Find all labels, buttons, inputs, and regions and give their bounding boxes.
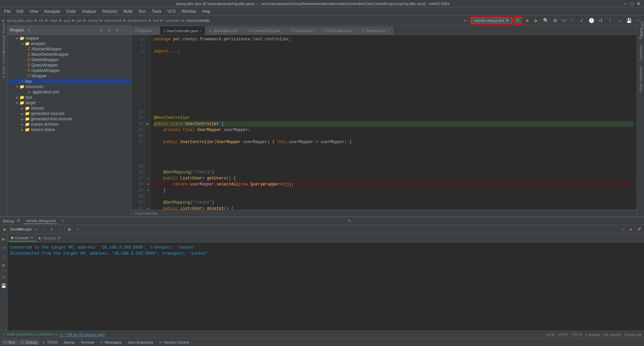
build-time-link[interactable]: 1 s 798 ms (8 minutes ago) [60,333,104,337]
debug-resume-button[interactable]: ▶ [0,235,7,243]
tree-item-generated-test-sources[interactable]: ► 📁 generated-test-sources [7,116,131,122]
tree-item-generated-sources[interactable]: ► 📁 generated-sources [7,111,131,116]
tab-commonutil-java[interactable]: J CommonUtil.java ✕ [246,27,288,35]
pull-button[interactable]: ↓ [616,17,623,24]
menu-analyze[interactable]: Analyze [79,8,99,14]
pin-button[interactable]: 📌 [635,226,643,233]
tree-item-application-yml[interactable]: ► application.yml [7,89,131,95]
console-tab[interactable]: ▶ Console ⚙ [9,234,36,242]
breadcrumb-persistence[interactable]: persistence [128,18,147,23]
project-settings-button[interactable]: ⚙ [114,27,120,34]
tree-item-maven-archiver[interactable]: ► 📁 maven-archiver [7,122,131,127]
taskbar-run[interactable]: 4: Run [1,340,18,345]
restore-layout-button[interactable]: ◻ [619,226,627,233]
code-editor[interactable]: 1 2 3 12 13 14 15 16 17 20 21 22 23 24 2… [132,35,637,210]
run-config-dropdown[interactable]: remote debug test ▼ [471,17,512,24]
event-log[interactable]: Event Log [625,333,641,337]
debug-hide-button[interactable]: − [635,218,641,224]
breadcrumb-chenyl[interactable]: chenyl [88,18,99,23]
tree-item-deletewrapper[interactable]: C DeleteWrapper [7,57,131,62]
window-controls[interactable]: − □ ✕ [623,1,641,6]
menu-edit[interactable]: Edit [14,8,26,14]
search-button[interactable]: 🔍 [542,17,550,24]
tree-item-resources[interactable]: ▼ 📁 resources [7,84,131,89]
git-status[interactable]: Git: master [603,333,622,337]
menu-window[interactable]: Window [179,8,199,14]
taskbar-debug[interactable]: 5: Debug [18,340,39,345]
menu-file[interactable]: File [1,8,13,14]
threads-tab[interactable]: ▶ Threads ⚙ [36,235,63,241]
taskbar-messages[interactable]: 0: Messages [98,340,124,345]
tab-app-java[interactable]: J App.java ✕ [132,27,160,35]
console-output[interactable]: Connected to the target VM, address: '10… [7,243,644,331]
tab-application-yml[interactable]: ► application.yml ✕ [205,27,246,35]
tab-close-icon[interactable]: ✕ [239,29,242,33]
code-content[interactable]: package per.chenyl.framework.persistence… [151,35,637,210]
breadcrumb-root[interactable]: spring-jdbc-plus [7,18,33,23]
console-settings-icon[interactable]: ⚙ [30,236,33,240]
git-check-button[interactable]: ✓ [569,17,576,24]
right-strip-bean-validation[interactable]: Bean Validation [639,64,643,93]
debug-run-button[interactable] [514,17,522,24]
git-history-button[interactable]: 🕐 [588,17,595,24]
menu-help[interactable]: Help [199,8,213,14]
debug-mute-button[interactable]: ● [0,273,7,280]
stash-button[interactable]: 💾 [625,17,633,24]
debug-tab-close-icon[interactable]: ✕ [61,219,64,223]
step-over-button[interactable]: ⇢ [32,226,39,233]
tab-close-icon[interactable]: ✕ [353,29,355,33]
run-to-cursor-button[interactable]: ▶ [66,226,73,233]
tree-item-batchdeletewrapper[interactable]: C BatchDeleteWrapper [7,52,131,57]
tree-item-querywrapper[interactable]: C QueryWrapper [7,62,131,68]
tab-cloneable-java[interactable]: J Cloneable.java ✕ [320,27,359,35]
back-button[interactable]: ← [462,17,469,24]
right-strip-database[interactable]: Database [639,43,643,62]
debug-debugger-tab[interactable]: Debugger [21,226,29,233]
breadcrumb-main[interactable]: main [50,18,58,23]
breadcrumb-per[interactable]: per [77,18,82,23]
breadcrumb-test[interactable]: test [153,18,159,23]
left-strip-2[interactable]: 2: Structure [0,41,7,48]
debug-settings-button[interactable]: ⚙ [346,218,353,224]
debug-export-button[interactable]: 💾 [0,282,7,289]
breadcrumb-src[interactable]: src [39,18,44,23]
menu-navigate[interactable]: Navigate [42,8,63,14]
tab-close-icon[interactable]: ✕ [199,29,202,33]
taskbar-version-control[interactable]: 9: Version Control [157,340,192,345]
tree-item-abstractwrapper[interactable]: C AbstractWrapper [7,46,131,52]
collapse-all-button[interactable]: ≡ [106,27,112,34]
locate-file-button[interactable]: ◎ [98,27,104,34]
force-step-into-button[interactable]: ⇓ [48,226,55,233]
debug-stop-button[interactable]: ■ [0,261,7,269]
menu-run[interactable]: Run [136,8,149,14]
tab-close-icon[interactable]: ✕ [282,29,284,33]
taskbar-todo[interactable]: 6: TODO [40,340,60,345]
git-update-button[interactable]: ✓ [578,17,586,24]
tree-item-app[interactable]: A App [7,79,131,84]
resume-button[interactable]: ▶ [1,226,9,233]
tree-item-wrapper-class[interactable]: C Wrapper [7,73,131,79]
tab-usercontroller-java[interactable]: J UserController.java ✕ [160,27,206,35]
breadcrumb-java[interactable]: java [64,18,70,23]
right-strip-ant-build[interactable]: Ant Build [640,20,644,38]
tab-object-java[interactable]: J Object.java ✕ [288,27,320,35]
taskbar-terminal[interactable]: Terminal [78,340,97,345]
crlf-indicator[interactable]: CRLF [558,333,568,337]
tree-item-mapper[interactable]: ▼ 📁 mapper [7,36,131,41]
settings-layout-button[interactable]: ■ [627,226,635,233]
stop-button[interactable]: ■ [524,17,531,24]
tab-objects-java[interactable]: J Objects.java ✕ [359,27,394,35]
tree-item-wrapper[interactable]: ▼ 📁 wrapper [7,41,131,46]
run-button[interactable]: ▶ [533,17,540,24]
step-out-button[interactable]: ↑ [56,226,63,233]
indent-indicator[interactable]: 4 spaces [585,333,600,337]
close-button[interactable]: ✕ [636,1,641,6]
menu-code[interactable]: Code [63,8,79,14]
menu-build[interactable]: Build [121,8,135,14]
threads-settings-icon[interactable]: ⚙ [58,236,61,240]
project-close-button[interactable]: − [122,27,129,34]
breadcrumb-controller[interactable]: controller [165,18,180,23]
breadcrumb-framework[interactable]: framework [105,18,122,23]
left-strip-web[interactable]: 3: Web [0,69,7,76]
tree-item-updatewrapper[interactable]: C UpdateWrapper [7,68,131,73]
